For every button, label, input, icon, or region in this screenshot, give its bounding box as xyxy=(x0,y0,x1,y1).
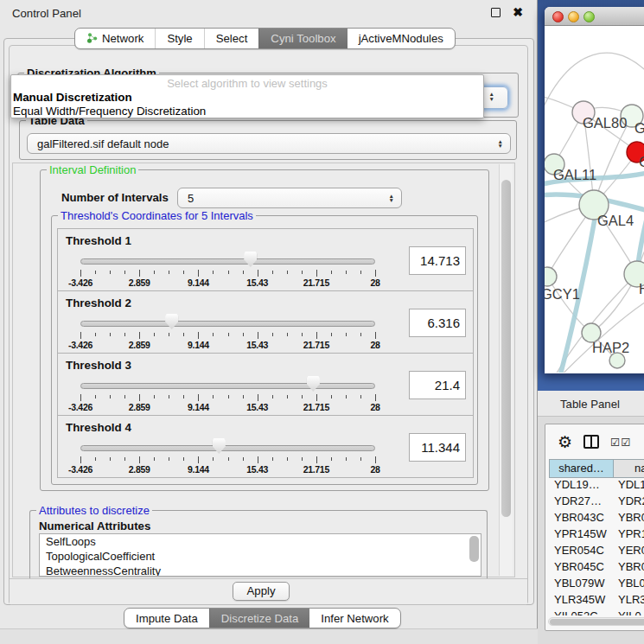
tick-mark xyxy=(80,456,81,463)
tab-style[interactable]: Style xyxy=(155,29,203,48)
threshold-scale-labels: -3.4262.8599.14415.4321.71528 xyxy=(80,277,375,288)
tick-mark xyxy=(243,271,244,274)
number-of-intervals-combobox[interactable]: 5 ▲▼ xyxy=(177,188,402,208)
tick-mark xyxy=(258,394,258,401)
stepper-arrows-icon: ▲▼ xyxy=(498,139,503,149)
vertical-scrollbar[interactable] xyxy=(499,164,513,576)
tick-mark xyxy=(272,333,273,336)
table-row[interactable]: YBL079WYBL0 xyxy=(549,577,644,593)
cell-shared-name: YLR345W xyxy=(549,593,613,609)
scale-label: 2.859 xyxy=(129,340,150,350)
tab-jactivemnodules[interactable]: jActiveMNodules xyxy=(348,29,455,48)
tick-mark xyxy=(213,271,214,274)
scale-label: -3.426 xyxy=(68,277,92,288)
tick-mark xyxy=(287,333,288,336)
tick-mark xyxy=(331,457,332,461)
table-panel-titlebar: Table Panel xyxy=(538,391,644,417)
threshold-slider-ruler xyxy=(80,331,375,339)
tab-label: Impute Data xyxy=(136,612,198,625)
bottom-tab-impute-data[interactable]: Impute Data xyxy=(124,609,209,628)
threshold-slider-track[interactable] xyxy=(80,445,375,451)
cell-name: YBR0 xyxy=(613,511,644,527)
network-canvas[interactable]: GAL80 GA GAL11 C GAL4 GCY1 H HAP2 xyxy=(545,26,644,373)
column-header-name[interactable]: na xyxy=(614,460,644,477)
tick-mark xyxy=(124,271,125,274)
tick-mark xyxy=(302,457,303,461)
threshold-slider-track[interactable] xyxy=(80,321,375,327)
horizontal-scrollbar[interactable] xyxy=(548,617,644,626)
threshold-4-panel: Threshold 4 -3.4262.8599.14415.4321.7152… xyxy=(57,415,474,478)
close-icon[interactable]: ✖ xyxy=(513,5,523,19)
apply-button[interactable]: Apply xyxy=(233,582,290,601)
list-scrollbar-thumb[interactable] xyxy=(469,536,479,562)
bottom-tab-infer-network[interactable]: Infer Network xyxy=(309,609,399,628)
tab-label: Discretize Data xyxy=(221,612,298,625)
threshold-value-field[interactable]: 21.4 xyxy=(409,371,466,399)
tick-mark xyxy=(169,271,169,274)
threshold-value-field[interactable]: 14.713 xyxy=(409,246,466,275)
network-icon xyxy=(86,32,98,43)
tab-network[interactable]: Network xyxy=(75,29,155,48)
algorithm-dropdown-popup: Select algorithm to view settings Manual… xyxy=(10,74,484,118)
tick-mark xyxy=(154,395,155,399)
tick-mark xyxy=(228,395,229,399)
checkbox-icons[interactable]: ☑☑ xyxy=(610,436,631,449)
threshold-4-handle[interactable] xyxy=(213,438,226,454)
table-row[interactable]: YDL19…YDL1 xyxy=(549,478,644,494)
threshold-slider-track[interactable] xyxy=(80,383,375,389)
scale-label: 9.144 xyxy=(188,464,209,475)
cell-shared-name: YER054C xyxy=(549,544,613,560)
threshold-value-field[interactable]: 11.344 xyxy=(409,433,466,462)
float-window-icon[interactable] xyxy=(491,8,501,17)
attribute-item[interactable]: SelfLoops xyxy=(40,534,481,549)
column-header-shared-name[interactable]: shared… xyxy=(550,460,614,477)
threshold-slider-track[interactable] xyxy=(80,258,375,265)
cell-shared-name: YDL19… xyxy=(549,478,613,494)
attribute-item[interactable]: TopologicalCoefficient xyxy=(40,549,481,564)
threshold-3-handle[interactable] xyxy=(307,376,320,392)
tick-mark xyxy=(316,332,317,339)
threshold-value-field[interactable]: 6.316 xyxy=(409,309,466,337)
thresholds-group-title: Threshold's Coordinates for 5 Intervals xyxy=(58,209,256,222)
scrollbar-thumb[interactable] xyxy=(501,180,511,517)
algorithm-option-equal-width[interactable]: Equal Width/Frequency Discretization xyxy=(11,105,483,118)
scale-label: -3.426 xyxy=(68,402,92,412)
threshold-scale-labels: -3.4262.8599.14415.4321.71528 xyxy=(80,402,375,412)
table-row[interactable]: YIL052CYIL0 xyxy=(549,609,644,615)
table-row[interactable]: YPR145WYPR1 xyxy=(549,527,644,544)
horizontal-scrollbar-thumb[interactable] xyxy=(550,619,644,625)
table-row[interactable]: YBR045CYBR0 xyxy=(549,560,644,577)
tick-mark xyxy=(228,457,229,461)
threshold-2-handle[interactable] xyxy=(165,314,178,329)
network-graph: GAL80 GA GAL11 C GAL4 GCY1 H HAP2 xyxy=(545,26,644,373)
attribute-item[interactable]: BetweennessCentrality xyxy=(40,564,481,577)
table-row[interactable]: YDR27…YDR2 xyxy=(549,494,644,511)
close-traffic-icon[interactable] xyxy=(552,11,564,22)
minimize-traffic-icon[interactable] xyxy=(568,11,579,22)
zoom-traffic-icon[interactable] xyxy=(583,11,595,22)
table-row[interactable]: YLR345WYLR3 xyxy=(549,593,644,609)
numerical-attributes-list[interactable]: SelfLoopsTopologicalCoefficientBetweenne… xyxy=(39,533,481,577)
table-data-combobox[interactable]: galFiltered.sif default node ▲▼ xyxy=(27,133,511,154)
bottom-tab-discretize-data[interactable]: Discretize Data xyxy=(209,609,309,628)
tab-label: Network xyxy=(102,32,143,45)
columns-icon[interactable] xyxy=(583,435,599,449)
threshold-scale-labels: -3.4262.8599.14415.4321.71528 xyxy=(80,464,375,475)
tick-mark xyxy=(154,271,155,274)
algorithm-option-manual[interactable]: Manual Discretization xyxy=(11,91,483,105)
tick-mark xyxy=(139,394,140,401)
tick-mark xyxy=(124,333,125,336)
tab-cyni-toolbox[interactable]: Cyni Toolbox xyxy=(258,29,347,48)
table-row[interactable]: YBR043CYBR0 xyxy=(549,511,644,527)
tick-mark xyxy=(110,333,111,336)
number-of-intervals-label: Number of Intervals xyxy=(61,191,169,204)
threshold-1-handle[interactable] xyxy=(244,252,257,267)
bottom-tab-bar: Impute DataDiscretize DataInfer Network xyxy=(124,608,401,628)
gear-icon[interactable]: ⚙ xyxy=(558,434,572,450)
node-gcy1[interactable] xyxy=(545,267,557,286)
tab-label: Cyni Toolbox xyxy=(271,32,335,45)
table-row[interactable]: YER054CYER0 xyxy=(549,544,644,560)
control-panel-titlebar: Control Panel ✖ xyxy=(0,0,537,26)
scale-label: 28 xyxy=(370,402,379,412)
tab-select[interactable]: Select xyxy=(204,29,259,48)
